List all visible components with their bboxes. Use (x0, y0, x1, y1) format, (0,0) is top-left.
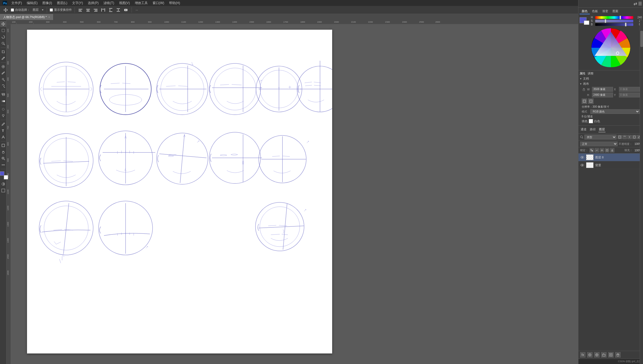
tool-eyedropper[interactable] (0, 55, 6, 61)
tab-color[interactable]: 颜色 (580, 9, 590, 14)
mode-select[interactable]: RGB 颜色 (590, 109, 640, 114)
menu-file[interactable]: 文件(F) (9, 0, 24, 6)
lock-position[interactable] (600, 148, 604, 152)
right-expand-btn[interactable]: ⇄ (634, 1, 637, 6)
menu-type[interactable]: 文字(Y) (70, 0, 85, 6)
s-track[interactable] (595, 20, 633, 22)
tab-layers[interactable]: 图层 (598, 127, 605, 132)
lock-transparent[interactable] (590, 148, 594, 152)
layer-visibility-bg[interactable] (580, 163, 584, 167)
tab-gradient[interactable]: 渐变 (600, 9, 610, 14)
color-wheel[interactable] (591, 28, 631, 68)
add-layer-btn[interactable] (608, 352, 614, 358)
canvas-expand[interactable]: ▼ (580, 83, 582, 85)
tool-path-select[interactable] (0, 134, 6, 140)
distribute-v2-btn[interactable] (123, 7, 129, 13)
h-thumb[interactable] (620, 16, 621, 19)
tab-paths[interactable]: 路径 (589, 127, 596, 132)
add-mask-btn[interactable] (587, 352, 592, 358)
layer-item-8[interactable]: 图层 8 (578, 154, 643, 161)
tab-swatches[interactable]: 色板 (590, 9, 600, 14)
add-group-btn[interactable] (601, 352, 607, 358)
add-style-btn[interactable]: fx (580, 352, 585, 358)
menu-layer[interactable]: 图层(L) (55, 0, 70, 6)
blend-mode-select[interactable]: 正常 (580, 142, 618, 146)
filter-shape[interactable] (632, 135, 637, 139)
h-prop-value[interactable]: 2480 像素 (592, 93, 613, 97)
s-thumb[interactable] (605, 19, 606, 23)
tool-pen[interactable] (0, 121, 6, 127)
tab-close[interactable]: × (48, 16, 50, 19)
align-right-btn[interactable] (93, 7, 99, 13)
right-settings-btn[interactable]: ☰ (638, 1, 642, 6)
menu-view[interactable]: 视图(V) (117, 0, 132, 6)
tool-crop[interactable] (0, 49, 6, 55)
bg-color-preview[interactable] (584, 21, 589, 25)
tool-move[interactable] (0, 21, 6, 27)
tool-eraser[interactable] (0, 91, 6, 97)
layer-dropdown-arrow[interactable] (41, 9, 44, 11)
delete-layer-btn[interactable] (615, 352, 621, 358)
tool-gradient[interactable] (0, 98, 6, 104)
b-thumb[interactable] (625, 23, 627, 26)
tool-shape[interactable] (0, 142, 6, 148)
tool-heal[interactable] (0, 64, 6, 70)
canvas-icon-2[interactable] (588, 98, 594, 104)
toolbar-transform-check[interactable]: 显示变换控件 (50, 8, 72, 12)
scroll-thumb[interactable] (640, 31, 643, 47)
lock-all[interactable] (610, 148, 614, 152)
color-swatches[interactable] (0, 171, 8, 179)
lock-image[interactable] (595, 148, 599, 152)
filter-pixel[interactable] (618, 135, 622, 139)
b-track[interactable] (595, 23, 633, 26)
canvas-icon-1[interactable] (582, 98, 587, 104)
menu-image[interactable]: 图像(I) (40, 0, 54, 6)
doc-expand[interactable]: ▼ (580, 77, 582, 80)
align-center-btn[interactable] (85, 7, 91, 13)
tab-pattern[interactable]: 图案 (610, 9, 621, 14)
fg-color[interactable] (0, 171, 4, 176)
tool-screen-mode[interactable] (0, 188, 6, 193)
tool-dodge[interactable] (0, 113, 6, 119)
tool-blur[interactable] (0, 106, 6, 112)
scroll-indicator[interactable] (640, 20, 643, 364)
tool-magic-wand[interactable] (0, 40, 6, 46)
tool-lasso[interactable] (0, 34, 6, 40)
distribute-v-btn[interactable] (108, 7, 114, 13)
layer-type-filter[interactable]: 类型 (584, 135, 617, 140)
add-adjustment-btn[interactable] (594, 352, 600, 358)
fill-swatch[interactable] (589, 119, 593, 123)
tool-marquee[interactable] (0, 28, 6, 33)
menu-help[interactable]: 帮助(H) (167, 0, 182, 6)
tab-adjustments[interactable]: 调整 (588, 72, 594, 76)
tool-brush[interactable] (0, 70, 6, 76)
menu-plugins[interactable]: 增效工具 (133, 0, 150, 6)
filter-type[interactable]: T (627, 135, 632, 139)
menu-filter[interactable]: 滤镜(T) (101, 0, 116, 6)
tool-extra[interactable] (0, 162, 6, 168)
distribute-h2-btn[interactable] (115, 7, 121, 13)
tool-hand[interactable] (0, 149, 6, 155)
lock-artboard[interactable] (605, 148, 609, 152)
canvas-area[interactable]: .sketch { fill: none; stroke: #7b7bcc; s… (11, 24, 578, 364)
bg-color[interactable] (4, 175, 8, 179)
distribute-h-btn[interactable] (100, 7, 106, 13)
tab-channels[interactable]: 通道 (580, 127, 587, 132)
layer-item-bg[interactable]: 背景 (578, 161, 643, 169)
menu-window[interactable]: 窗口(W) (150, 0, 166, 6)
tool-quick-mask[interactable] (0, 181, 6, 187)
tool-type[interactable]: T (0, 128, 6, 134)
align-left-btn[interactable] (78, 7, 83, 13)
toolbar-auto-select-check[interactable]: 自动选择： (11, 8, 30, 12)
tab-properties[interactable]: 属性 (580, 72, 585, 76)
tool-zoom[interactable] (0, 155, 6, 161)
w-value[interactable]: 3508 像素 (592, 87, 613, 92)
h-track[interactable] (595, 16, 633, 19)
filter-adjustment[interactable] (622, 135, 627, 139)
menu-edit[interactable]: 编辑(E) (25, 0, 40, 6)
tool-clone[interactable] (0, 77, 6, 83)
toolbar-more[interactable]: ··· (134, 8, 139, 12)
layer-visibility-8[interactable] (580, 155, 584, 159)
doc-tab[interactable]: 人物形态.psd @ 66.7%(RGB/8) * × (0, 14, 53, 20)
menu-select[interactable]: 选择(P) (86, 0, 101, 6)
